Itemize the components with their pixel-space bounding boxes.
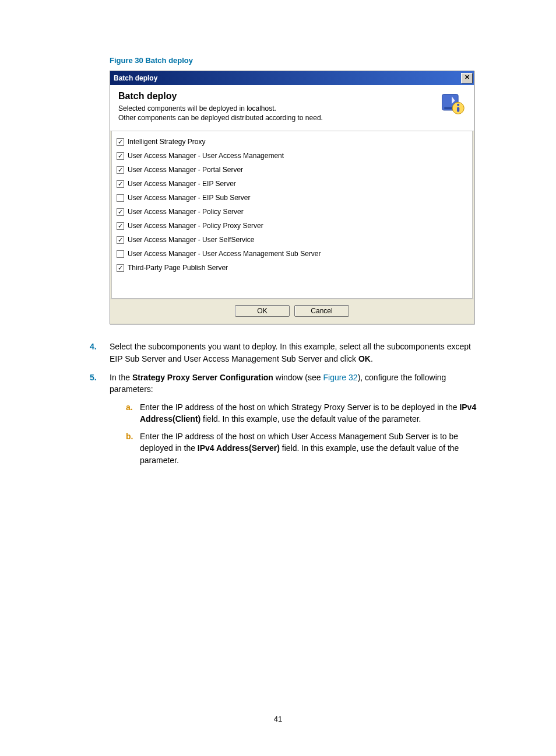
step-5: 5. In the Strategy Proxy Server Configur… bbox=[90, 372, 480, 472]
dialog-footer: OK Cancel bbox=[110, 299, 474, 324]
page-number: 41 bbox=[0, 715, 556, 723]
component-label: User Access Manager - User Access Manage… bbox=[128, 152, 284, 160]
dialog-header-subtitle: Selected components will be deployed in … bbox=[118, 104, 434, 123]
dialog-header: Batch deploy Selected components will be… bbox=[110, 85, 474, 131]
step5-intro-bold: Strategy Proxy Server Configuration bbox=[132, 373, 273, 382]
svg-rect-5 bbox=[457, 107, 459, 112]
component-checkbox[interactable]: ✓ bbox=[117, 180, 124, 188]
step4-text-c: . bbox=[371, 354, 373, 363]
install-info-icon bbox=[440, 91, 466, 117]
component-checkbox[interactable]: ✓ bbox=[117, 222, 124, 230]
sub-step-a: a. Enter the IP address of the host on w… bbox=[126, 401, 480, 425]
sub-step-list: a. Enter the IP address of the host on w… bbox=[110, 401, 480, 466]
cancel-button[interactable]: Cancel bbox=[294, 305, 349, 317]
component-checkbox[interactable]: ✓ bbox=[117, 264, 124, 272]
sub-body: Enter the IP address of the host on whic… bbox=[140, 430, 480, 466]
ok-button[interactable]: OK bbox=[235, 305, 290, 317]
sub-label: b. bbox=[126, 430, 140, 466]
component-checkbox[interactable]: ✓ bbox=[117, 152, 124, 160]
sub-step-b: b. Enter the IP address of the host on w… bbox=[126, 430, 480, 466]
component-checkbox[interactable]: ✓ bbox=[117, 236, 124, 244]
dialog-header-line1: Selected components will be deployed in … bbox=[118, 104, 276, 113]
sub-a-t1: Enter the IP address of the host on whic… bbox=[140, 402, 459, 412]
component-checkbox[interactable]: ✓ bbox=[117, 138, 124, 146]
component-label: User Access Manager - Policy Server bbox=[128, 208, 244, 216]
component-checkbox[interactable] bbox=[117, 250, 124, 258]
dialog-header-text: Batch deploy Selected components will be… bbox=[118, 91, 434, 123]
component-row: User Access Manager - EIP Sub Server bbox=[117, 191, 467, 205]
component-row: ✓Intelligent Strategy Proxy bbox=[117, 135, 467, 149]
step-body: In the Strategy Proxy Server Configurati… bbox=[110, 372, 480, 472]
step4-text-a: Select the subcomponents you want to dep… bbox=[110, 342, 471, 363]
component-checkbox[interactable]: ✓ bbox=[117, 166, 124, 174]
component-checkbox[interactable] bbox=[117, 194, 124, 202]
step5-intro-a: In the bbox=[110, 373, 132, 382]
step4-ok-bold: OK bbox=[358, 354, 371, 363]
component-label: User Access Manager - User Access Manage… bbox=[128, 250, 321, 258]
figure-caption: Figure 30 Batch deploy bbox=[110, 56, 480, 65]
dialog-header-line2: Other components can be deployed distrib… bbox=[118, 114, 323, 122]
component-row: ✓User Access Manager - Portal Server bbox=[117, 163, 467, 177]
dialog-body: ✓Intelligent Strategy Proxy✓User Access … bbox=[111, 131, 473, 299]
instruction-list: 4. Select the subcomponents you want to … bbox=[110, 341, 480, 472]
sub-a-t2: field. In this example, use the default … bbox=[200, 414, 421, 424]
component-label: User Access Manager - EIP Sub Server bbox=[128, 194, 251, 202]
step-4: 4. Select the subcomponents you want to … bbox=[90, 341, 480, 365]
svg-point-4 bbox=[457, 104, 459, 106]
component-checkbox[interactable]: ✓ bbox=[117, 208, 124, 216]
component-label: Third-Party Page Publish Server bbox=[128, 264, 228, 272]
sub-b-bold: IPv4 Address(Server) bbox=[198, 443, 280, 453]
step-number: 5. bbox=[90, 372, 110, 472]
figure-32-link[interactable]: Figure 32 bbox=[323, 373, 357, 382]
step5-intro-b: window (see bbox=[273, 373, 323, 382]
sub-label: a. bbox=[126, 401, 140, 425]
sub-body: Enter the IP address of the host on whic… bbox=[140, 401, 480, 425]
component-row: ✓User Access Manager - Policy Proxy Serv… bbox=[117, 219, 467, 233]
component-row: ✓User Access Manager - User Access Manag… bbox=[117, 149, 467, 163]
component-label: User Access Manager - EIP Server bbox=[128, 180, 236, 188]
dialog-header-title: Batch deploy bbox=[118, 91, 434, 102]
component-row: ✓User Access Manager - Policy Server bbox=[117, 205, 467, 219]
component-row: ✓Third-Party Page Publish Server bbox=[117, 261, 467, 275]
component-label: Intelligent Strategy Proxy bbox=[128, 138, 205, 146]
step-number: 4. bbox=[90, 341, 110, 365]
step-body: Select the subcomponents you want to dep… bbox=[110, 341, 480, 365]
batch-deploy-dialog: Batch deploy ✕ Batch deploy Selected com… bbox=[110, 71, 474, 324]
component-label: User Access Manager - User SelfService bbox=[128, 236, 254, 244]
component-row: ✓User Access Manager - User SelfService bbox=[117, 233, 467, 247]
dialog-title: Batch deploy bbox=[114, 74, 157, 82]
component-label: User Access Manager - Policy Proxy Serve… bbox=[128, 222, 263, 230]
close-icon[interactable]: ✕ bbox=[461, 73, 473, 83]
component-row: ✓User Access Manager - EIP Server bbox=[117, 177, 467, 191]
component-label: User Access Manager - Portal Server bbox=[128, 166, 243, 174]
dialog-titlebar: Batch deploy ✕ bbox=[110, 71, 474, 85]
component-row: User Access Manager - User Access Manage… bbox=[117, 247, 467, 261]
